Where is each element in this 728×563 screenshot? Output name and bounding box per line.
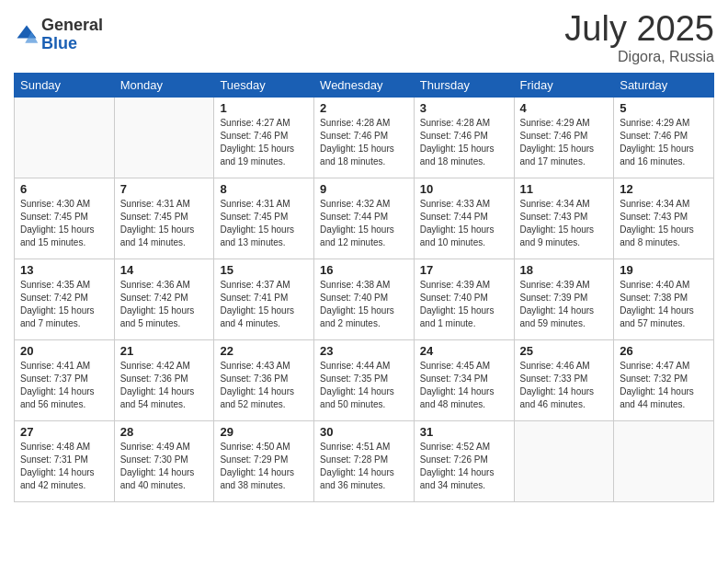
sunset-text: Sunset: 7:34 PM — [420, 373, 508, 385]
daylight-text: Daylight: 15 hours and 18 minutes. — [320, 143, 408, 168]
daylight-text: Daylight: 14 hours and 50 minutes. — [320, 385, 408, 411]
day-info: Sunrise: 4:35 AMSunset: 7:42 PMDaylight:… — [20, 279, 108, 330]
day-number: 23 — [320, 344, 408, 358]
sunset-text: Sunset: 7:35 PM — [320, 373, 408, 385]
day-cell: 22Sunrise: 4:43 AMSunset: 7:36 PMDayligh… — [214, 340, 314, 421]
day-info: Sunrise: 4:38 AMSunset: 7:40 PMDaylight:… — [320, 279, 408, 330]
day-number: 19 — [620, 263, 708, 277]
sunset-text: Sunset: 7:37 PM — [20, 373, 108, 385]
sunrise-text: Sunrise: 4:34 AM — [520, 198, 609, 211]
day-info: Sunrise: 4:34 AMSunset: 7:43 PMDaylight:… — [620, 198, 708, 249]
day-number: 16 — [320, 263, 408, 277]
day-info: Sunrise: 4:51 AMSunset: 7:28 PMDaylight:… — [320, 441, 408, 492]
daylight-text: Daylight: 14 hours and 40 minutes. — [120, 466, 209, 492]
sunrise-text: Sunrise: 4:29 AM — [620, 117, 708, 130]
day-number: 2 — [320, 101, 408, 115]
day-info: Sunrise: 4:30 AMSunset: 7:45 PMDaylight:… — [20, 198, 108, 249]
sunset-text: Sunset: 7:26 PM — [420, 454, 508, 466]
day-cell: 27Sunrise: 4:48 AMSunset: 7:31 PMDayligh… — [15, 421, 115, 502]
day-info: Sunrise: 4:45 AMSunset: 7:34 PMDaylight:… — [420, 360, 508, 411]
day-cell: 1Sunrise: 4:27 AMSunset: 7:46 PMDaylight… — [214, 98, 314, 178]
sunset-text: Sunset: 7:40 PM — [320, 292, 408, 304]
day-number: 22 — [220, 344, 308, 358]
day-number: 10 — [420, 182, 508, 196]
daylight-text: Daylight: 15 hours and 10 minutes. — [420, 224, 508, 249]
col-friday: Friday — [514, 74, 614, 98]
day-number: 12 — [620, 182, 708, 196]
day-number: 11 — [520, 182, 609, 196]
day-info: Sunrise: 4:48 AMSunset: 7:31 PMDaylight:… — [20, 441, 108, 492]
day-cell: 18Sunrise: 4:39 AMSunset: 7:39 PMDayligh… — [514, 259, 614, 340]
sunrise-text: Sunrise: 4:30 AM — [20, 198, 108, 211]
day-cell: 10Sunrise: 4:33 AMSunset: 7:44 PMDayligh… — [414, 178, 514, 259]
col-saturday: Saturday — [614, 74, 714, 98]
col-wednesday: Wednesday — [314, 74, 415, 98]
daylight-text: Daylight: 14 hours and 59 minutes. — [520, 304, 609, 330]
day-cell: 28Sunrise: 4:49 AMSunset: 7:30 PMDayligh… — [114, 421, 214, 502]
day-cell: 21Sunrise: 4:42 AMSunset: 7:36 PMDayligh… — [114, 340, 214, 421]
sunset-text: Sunset: 7:46 PM — [420, 130, 508, 143]
sunrise-text: Sunrise: 4:48 AM — [20, 441, 108, 454]
sunrise-text: Sunrise: 4:51 AM — [320, 441, 408, 454]
daylight-text: Daylight: 14 hours and 38 minutes. — [220, 466, 308, 492]
sunset-text: Sunset: 7:36 PM — [220, 373, 308, 385]
day-info: Sunrise: 4:42 AMSunset: 7:36 PMDaylight:… — [120, 360, 209, 411]
day-number: 5 — [620, 101, 708, 115]
day-number: 18 — [520, 263, 609, 277]
day-number: 1 — [220, 101, 308, 115]
day-info: Sunrise: 4:31 AMSunset: 7:45 PMDaylight:… — [220, 198, 308, 249]
sunset-text: Sunset: 7:46 PM — [620, 130, 708, 143]
logo-icon — [14, 22, 40, 48]
daylight-text: Daylight: 14 hours and 46 minutes. — [520, 385, 609, 411]
day-cell: 9Sunrise: 4:32 AMSunset: 7:44 PMDaylight… — [314, 178, 415, 259]
day-cell: 4Sunrise: 4:29 AMSunset: 7:46 PMDaylight… — [514, 98, 614, 178]
daylight-text: Daylight: 15 hours and 4 minutes. — [220, 304, 308, 330]
col-tuesday: Tuesday — [214, 74, 314, 98]
col-sunday: Sunday — [15, 74, 115, 98]
day-cell: 23Sunrise: 4:44 AMSunset: 7:35 PMDayligh… — [314, 340, 415, 421]
day-info: Sunrise: 4:27 AMSunset: 7:46 PMDaylight:… — [220, 117, 308, 168]
sunrise-text: Sunrise: 4:45 AM — [420, 360, 508, 373]
sunrise-text: Sunrise: 4:46 AM — [520, 360, 609, 373]
week-row-5: 27Sunrise: 4:48 AMSunset: 7:31 PMDayligh… — [15, 421, 714, 502]
day-number: 25 — [520, 344, 609, 358]
day-number: 21 — [120, 344, 209, 358]
day-cell: 6Sunrise: 4:30 AMSunset: 7:45 PMDaylight… — [15, 178, 115, 259]
day-cell: 30Sunrise: 4:51 AMSunset: 7:28 PMDayligh… — [314, 421, 415, 502]
day-info: Sunrise: 4:36 AMSunset: 7:42 PMDaylight:… — [120, 279, 209, 330]
sunrise-text: Sunrise: 4:31 AM — [120, 198, 209, 211]
day-cell: 5Sunrise: 4:29 AMSunset: 7:46 PMDaylight… — [614, 98, 714, 178]
sunset-text: Sunset: 7:46 PM — [220, 130, 308, 143]
day-number: 17 — [420, 263, 508, 277]
week-row-2: 6Sunrise: 4:30 AMSunset: 7:45 PMDaylight… — [15, 178, 714, 259]
day-cell: 8Sunrise: 4:31 AMSunset: 7:45 PMDaylight… — [214, 178, 314, 259]
day-cell: 26Sunrise: 4:47 AMSunset: 7:32 PMDayligh… — [614, 340, 714, 421]
sunset-text: Sunset: 7:36 PM — [120, 373, 209, 385]
sunset-text: Sunset: 7:38 PM — [620, 292, 708, 304]
day-number: 7 — [120, 182, 209, 196]
daylight-text: Daylight: 14 hours and 44 minutes. — [620, 385, 708, 411]
daylight-text: Daylight: 14 hours and 42 minutes. — [20, 466, 108, 492]
day-number: 3 — [420, 101, 508, 115]
day-cell: 20Sunrise: 4:41 AMSunset: 7:37 PMDayligh… — [15, 340, 115, 421]
title-block: July 2025 Digora, Russia — [564, 9, 714, 65]
sunset-text: Sunset: 7:45 PM — [120, 211, 209, 224]
daylight-text: Daylight: 14 hours and 57 minutes. — [620, 304, 708, 330]
page: General Blue July 2025 Digora, Russia Su… — [0, 0, 728, 563]
day-cell: 13Sunrise: 4:35 AMSunset: 7:42 PMDayligh… — [15, 259, 115, 340]
daylight-text: Daylight: 14 hours and 36 minutes. — [320, 466, 408, 492]
sunset-text: Sunset: 7:43 PM — [520, 211, 609, 224]
day-cell: 2Sunrise: 4:28 AMSunset: 7:46 PMDaylight… — [314, 98, 415, 178]
daylight-text: Daylight: 15 hours and 18 minutes. — [420, 143, 508, 168]
day-number: 6 — [20, 182, 108, 196]
sunset-text: Sunset: 7:42 PM — [20, 292, 108, 304]
day-info: Sunrise: 4:46 AMSunset: 7:33 PMDaylight:… — [520, 360, 609, 411]
day-cell: 16Sunrise: 4:38 AMSunset: 7:40 PMDayligh… — [314, 259, 415, 340]
day-number: 8 — [220, 182, 308, 196]
sunrise-text: Sunrise: 4:32 AM — [320, 198, 408, 211]
week-row-1: 1Sunrise: 4:27 AMSunset: 7:46 PMDaylight… — [15, 98, 714, 178]
sunrise-text: Sunrise: 4:31 AM — [220, 198, 308, 211]
sunset-text: Sunset: 7:28 PM — [320, 454, 408, 466]
day-number: 26 — [620, 344, 708, 358]
sunrise-text: Sunrise: 4:33 AM — [420, 198, 508, 211]
